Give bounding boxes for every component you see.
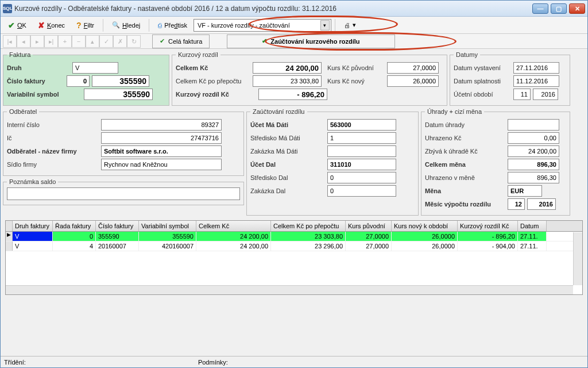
ok-button[interactable]: ✔OOKK <box>3 18 32 32</box>
col-po[interactable]: Celkem Kč po přepočtu <box>271 221 346 231</box>
nazev-label: Odběratel - název firmy <box>7 148 99 155</box>
druh-field[interactable]: V <box>72 62 118 74</box>
zd-field[interactable]: 0 <box>327 185 396 197</box>
nav-last[interactable]: ▸| <box>44 35 58 48</box>
mes-m-field[interactable]: 12 <box>508 198 525 210</box>
print-button[interactable]: 🖨▾ <box>339 18 361 32</box>
nav-prev[interactable]: ◂ <box>17 35 30 48</box>
uk-field[interactable]: 0,00 <box>508 132 559 144</box>
nav-cancel[interactable]: ✗ <box>113 35 127 48</box>
um-field[interactable]: 896,30 <box>508 172 559 183</box>
ic-label: Ič <box>7 135 99 141</box>
du-field[interactable] <box>508 119 559 131</box>
rozdil-label: Kurzový rozdíl Kč <box>176 91 256 98</box>
status-bar: Třídění: Podmínky: <box>1 356 587 367</box>
md-label: Účet Má Dáti <box>250 121 325 128</box>
col-dat[interactable]: Datum <box>518 221 547 231</box>
cela-faktura-button[interactable]: ✔Celá faktura <box>152 34 210 48</box>
filtr-button[interactable]: ?Filtr <box>71 18 99 32</box>
um-label: Uhrazeno v měně <box>425 174 505 181</box>
mes-r-field[interactable]: 2016 <box>527 198 556 210</box>
zb-label: Zbývá k úhradě Kč <box>425 148 505 155</box>
mena-label: Měna <box>425 187 505 194</box>
kurs-puv-label: Kurs Kč původní <box>327 64 385 71</box>
celkem-field[interactable]: 24 200,00 <box>253 62 322 74</box>
celkem-label: Celkem Kč <box>176 64 250 71</box>
nav-edit[interactable]: ▴ <box>86 35 99 48</box>
close-button[interactable]: ✕ <box>569 3 585 14</box>
col-celkem[interactable]: Celkem Kč <box>196 221 271 231</box>
trideni-label: Třídění: <box>4 359 26 366</box>
sd-field[interactable]: 0 <box>327 172 396 183</box>
col-rada[interactable]: Řada faktury <box>53 221 96 231</box>
vs-field[interactable]: 355590 <box>84 89 153 100</box>
scrollbar-vertical[interactable] <box>573 232 582 285</box>
kurz-panel: Kurzový rozdíl Celkem Kč 24 200,00 Kurs … <box>172 51 447 106</box>
odb-legend: Odběratel <box>7 108 39 115</box>
kurs-novy-label: Kurs Kč nový <box>327 78 385 85</box>
nav-refresh[interactable]: ↻ <box>127 35 141 48</box>
zmd-field[interactable] <box>327 145 396 157</box>
vyst-label: Datum vystavení <box>454 64 511 71</box>
po-field[interactable]: 23 303,80 <box>253 75 322 87</box>
chevron-down-icon[interactable]: ▾ <box>320 20 330 30</box>
col-kr[interactable]: Kurzový rozdíl Kč <box>458 221 518 231</box>
cm-label: Celkem měna <box>425 161 505 168</box>
pozn-field[interactable] <box>7 187 240 200</box>
table-row[interactable]: ▶ V 0 355590 355590 24 200,00 23 303,80 … <box>6 232 582 241</box>
vyst-field[interactable]: 27.11.2016 <box>513 62 559 74</box>
datumy-panel: Datumy Datum vystavení 27.11.2016 Datum … <box>450 51 570 106</box>
scrollbar-horizontal[interactable] <box>6 285 573 294</box>
titlebar: SQL Kurzové rozdíly - Odběratelské faktu… <box>1 1 587 17</box>
ic-field[interactable]: 27473716 <box>101 132 222 144</box>
nav-next[interactable]: ▸ <box>30 35 44 48</box>
cislo-a-field[interactable]: 0 <box>67 75 90 87</box>
zmd-label: Zakázka Má Dáti <box>250 148 325 155</box>
data-grid[interactable]: Druh faktury Řada faktury Číslo faktury … <box>5 220 583 295</box>
obd-r-field[interactable]: 2016 <box>533 89 558 100</box>
spl-field[interactable]: 11.12.2016 <box>513 75 559 87</box>
col-kp[interactable]: Kurs původní <box>346 221 392 231</box>
d-label: Účet Dal <box>250 161 325 168</box>
d-field[interactable]: 311010 <box>327 159 396 170</box>
kurs-novy-field[interactable]: 26,0000 <box>387 75 439 87</box>
sd-label: Středisko Dal <box>250 174 325 181</box>
odberatel-panel: Odběratel Interní číslo 89327 Ič 2747371… <box>3 108 244 176</box>
col-kn[interactable]: Kurs nový k období <box>392 221 458 231</box>
obd-label: Účetní období <box>454 91 511 98</box>
sidlo-field[interactable]: Rychnov nad Kněžnou <box>101 159 222 170</box>
kurs-puv-field[interactable]: 27,0000 <box>387 62 439 74</box>
konec-button[interactable]: ✘Konec <box>33 18 70 32</box>
hledej-button[interactable]: 🔍Hledej <box>107 18 145 32</box>
nav-first[interactable]: |◂ <box>3 35 17 48</box>
table-row[interactable]: V 4 20160007 420160007 24 200,00 23 296,… <box>6 241 582 251</box>
poznamka-panel: Poznámka saldo <box>3 178 244 205</box>
app-icon: SQL <box>3 4 12 13</box>
cm-field[interactable]: 896,30 <box>508 159 559 170</box>
rozdil-field[interactable]: - 896,20 <box>258 89 327 100</box>
col-druh[interactable]: Druh faktury <box>13 221 53 231</box>
int-field[interactable]: 89327 <box>101 119 222 131</box>
druh-label: Druh <box>7 64 70 71</box>
nav-add[interactable]: + <box>58 35 72 48</box>
mena-field[interactable]: EUR <box>508 185 542 197</box>
zb-field[interactable]: 24 200,00 <box>508 145 559 157</box>
md-field[interactable]: 563000 <box>327 119 396 131</box>
window-title: Kurzové rozdíly - Odběratelské faktury -… <box>14 5 532 13</box>
uhr-legend: Úhrady + cizí měna <box>425 108 484 115</box>
maximize-button[interactable]: ▢ <box>551 3 567 14</box>
predtisk-button[interactable]: ⎙Předtisk <box>153 18 192 32</box>
cislo-b-field[interactable]: 355590 <box>92 75 149 87</box>
pozn-legend: Poznámka saldo <box>7 178 58 185</box>
minimize-button[interactable]: — <box>532 3 548 14</box>
col-cislo[interactable]: Číslo faktury <box>96 221 139 231</box>
nazev-field[interactable]: Softbit software s.r.o. <box>101 145 222 157</box>
obd-m-field[interactable]: 11 <box>513 89 531 100</box>
nav-post[interactable]: ✓ <box>99 35 113 48</box>
smd-field[interactable]: 1 <box>327 132 396 144</box>
spl-label: Datum splatnosti <box>454 78 511 85</box>
report-combo[interactable]: VF - kurzové rozdíly - zaúčtování ▾ <box>194 19 331 32</box>
zauctovani-button[interactable]: ✔Zaúčtování kurzového rozdílu <box>227 34 394 48</box>
nav-del[interactable]: − <box>72 35 86 48</box>
col-vs[interactable]: Variabilní symbol <box>139 221 196 231</box>
